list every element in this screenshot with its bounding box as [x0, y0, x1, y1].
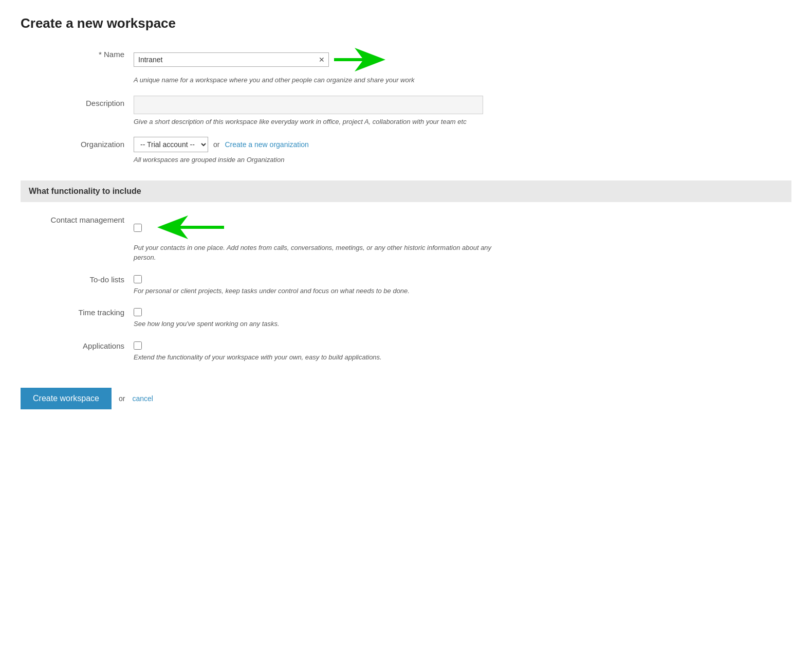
time-tracking-hint: See how long you've spent working on any…	[134, 319, 493, 329]
time-tracking-row: Time tracking See how long you've spent …	[21, 307, 791, 329]
name-row: * Name ✕ A unique name for a workspace w…	[21, 47, 791, 85]
applications-checkbox-row	[134, 340, 493, 350]
applications-checkbox[interactable]	[134, 341, 142, 350]
name-clear-button[interactable]: ✕	[318, 56, 326, 63]
arrow-contact-icon	[157, 214, 224, 240]
name-hint: A unique name for a workspace where you …	[134, 75, 493, 85]
applications-wrap: Extend the functionality of your workspa…	[134, 340, 493, 363]
todo-lists-checkbox[interactable]	[134, 275, 142, 283]
create-workspace-button[interactable]: Create workspace	[21, 388, 112, 409]
functionality-section-header: What functionality to include	[21, 180, 791, 202]
name-label: * Name	[21, 47, 134, 59]
svg-marker-1	[157, 215, 224, 239]
svg-marker-0	[334, 48, 385, 71]
contact-management-label: Contact management	[21, 214, 134, 224]
functionality-section: What functionality to include Contact ma…	[21, 180, 791, 363]
contact-management-hint: Put your contacts in one place. Add note…	[134, 243, 493, 263]
name-field-wrap: ✕ A unique name for a workspace where yo…	[134, 47, 493, 85]
footer-row: Create workspace or cancel	[21, 383, 791, 409]
todo-lists-wrap: For personal or client projects, keep ta…	[134, 274, 493, 296]
name-required-star: *	[99, 50, 104, 59]
applications-hint: Extend the functionality of your workspa…	[134, 352, 493, 363]
time-tracking-wrap: See how long you've spent working on any…	[134, 307, 493, 329]
organization-field-wrap: -- Trial account -- or Create a new orga…	[134, 137, 493, 165]
name-input[interactable]	[134, 52, 329, 67]
organization-hint: All workspaces are grouped inside an Org…	[134, 155, 493, 165]
time-tracking-label: Time tracking	[21, 307, 134, 317]
organization-row: Organization -- Trial account -- or Crea…	[21, 137, 791, 165]
contact-management-row: Contact management Put your contacts in …	[21, 214, 791, 263]
organization-label: Organization	[21, 137, 134, 149]
footer-or-text: or	[119, 394, 125, 403]
organization-select[interactable]: -- Trial account --	[134, 137, 208, 152]
contact-management-wrap: Put your contacts in one place. Add note…	[134, 214, 493, 263]
org-or-text: or	[213, 140, 219, 149]
description-hint: Give a short description of this workspa…	[134, 117, 493, 127]
workspace-form: * Name ✕ A unique name for a workspace w…	[21, 47, 791, 165]
org-row: -- Trial account -- or Create a new orga…	[134, 137, 493, 152]
description-input[interactable]	[134, 96, 483, 114]
description-label: Description	[21, 96, 134, 107]
time-tracking-checkbox-row	[134, 307, 493, 316]
cancel-link[interactable]: cancel	[132, 394, 153, 403]
arrow-name-icon	[334, 47, 385, 73]
name-input-row: ✕	[134, 47, 493, 73]
todo-lists-hint: For personal or client projects, keep ta…	[134, 286, 493, 296]
description-row: Description Give a short description of …	[21, 96, 791, 127]
applications-label: Applications	[21, 340, 134, 350]
page-title: Create a new workspace	[21, 15, 791, 31]
time-tracking-checkbox[interactable]	[134, 308, 142, 316]
todo-lists-checkbox-row	[134, 274, 493, 283]
description-field-wrap: Give a short description of this workspa…	[134, 96, 493, 127]
create-organization-link[interactable]: Create a new organization	[225, 140, 308, 149]
applications-row: Applications Extend the functionality of…	[21, 340, 791, 363]
contact-management-checkbox[interactable]	[134, 224, 142, 232]
contact-management-checkbox-row	[134, 214, 493, 240]
todo-lists-row: To-do lists For personal or client proje…	[21, 274, 791, 296]
todo-lists-label: To-do lists	[21, 274, 134, 284]
